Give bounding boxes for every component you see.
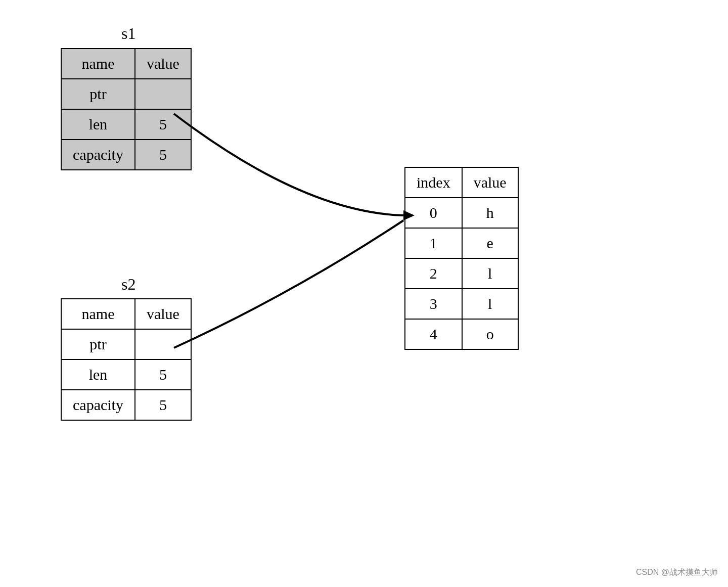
s1-table: name value ptr len 5 capacity 5: [61, 48, 192, 170]
s2-label: s2: [121, 275, 135, 294]
array-value-0: h: [462, 198, 518, 228]
table-row: 2 l: [405, 258, 518, 289]
s2-ptr-arrow: [174, 220, 403, 348]
array-value-4: o: [462, 319, 518, 349]
array-index-1: 1: [405, 228, 462, 258]
table-row: capacity 5: [61, 140, 191, 170]
s1-len-value: 5: [135, 109, 191, 140]
s2-len-value: 5: [135, 359, 191, 390]
array-table: index value 0 h 1 e 2 l 3 l 4 o: [404, 167, 519, 350]
table-row: name value: [61, 49, 191, 79]
s1-ptr-value: [135, 79, 191, 109]
s1-capacity-value: 5: [135, 140, 191, 170]
s2-len-name: len: [61, 359, 135, 390]
array-index-3: 3: [405, 289, 462, 319]
array-index-0: 0: [405, 198, 462, 228]
s2-table: name value ptr len 5 capacity 5: [61, 298, 192, 421]
table-row: ptr: [61, 79, 191, 109]
diagram-container: s1 name value ptr len 5 capacity 5 s2: [0, 0, 728, 587]
s1-value-header: value: [135, 49, 191, 79]
array-value-1: e: [462, 228, 518, 258]
s1-ptr-arrow: [174, 114, 403, 215]
array-value-2: l: [462, 258, 518, 289]
table-row: len 5: [61, 109, 191, 140]
table-row: 1 e: [405, 228, 518, 258]
s2-capacity-value: 5: [135, 390, 191, 420]
table-row: 0 h: [405, 198, 518, 228]
watermark: CSDN @战术摸鱼大师: [636, 567, 718, 578]
array-index-header: index: [405, 167, 462, 198]
array-value-3: l: [462, 289, 518, 319]
s2-capacity-name: capacity: [61, 390, 135, 420]
table-row: ptr: [61, 329, 191, 359]
s2-ptr-value: [135, 329, 191, 359]
table-row: 3 l: [405, 289, 518, 319]
array-value-header: value: [462, 167, 518, 198]
s1-label: s1: [121, 24, 135, 43]
array-index-2: 2: [405, 258, 462, 289]
s1-ptr-name: ptr: [61, 79, 135, 109]
table-row: name value: [61, 299, 191, 329]
s2-ptr-name: ptr: [61, 329, 135, 359]
table-row: len 5: [61, 359, 191, 390]
s1-name-header: name: [61, 49, 135, 79]
s2-value-header: value: [135, 299, 191, 329]
array-index-4: 4: [405, 319, 462, 349]
s2-name-header: name: [61, 299, 135, 329]
s1-capacity-name: capacity: [61, 140, 135, 170]
table-row: capacity 5: [61, 390, 191, 420]
table-row: index value: [405, 167, 518, 198]
s1-len-name: len: [61, 109, 135, 140]
table-row: 4 o: [405, 319, 518, 349]
